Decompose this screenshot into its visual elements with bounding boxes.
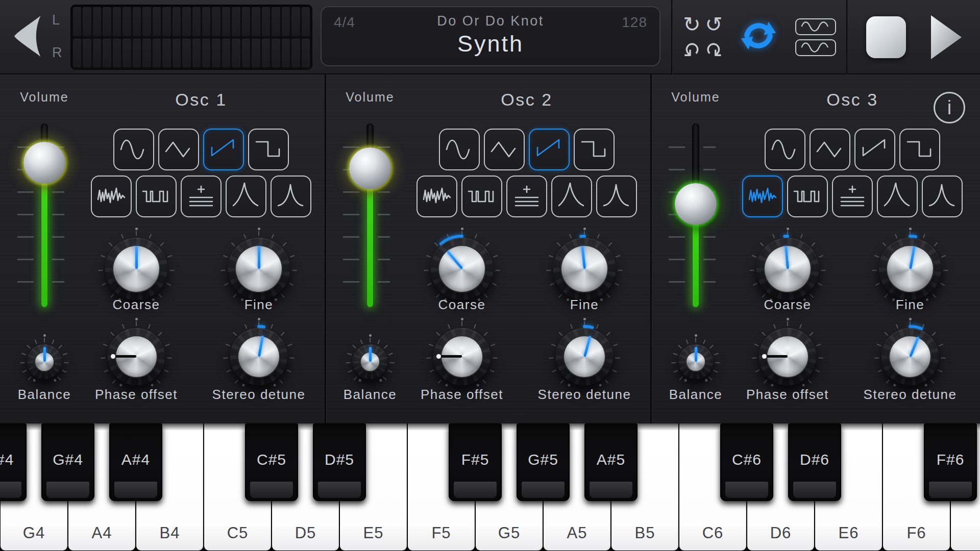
meter-segment xyxy=(182,7,190,36)
wave-peak-button[interactable] xyxy=(596,176,637,217)
slider-thumb[interactable] xyxy=(349,147,391,189)
sawtooth-wave-icon xyxy=(207,133,240,166)
black-key-C#5[interactable]: C#5 xyxy=(245,423,298,501)
wave-pluck-button[interactable] xyxy=(226,176,266,217)
black-key-G#4[interactable]: G#4 xyxy=(41,423,94,501)
wave-noise-button[interactable] xyxy=(91,176,132,217)
meter-segment xyxy=(153,39,161,68)
white-key-label: A5 xyxy=(544,524,610,542)
wave-additive-button[interactable] xyxy=(506,176,547,217)
balance-knob[interactable] xyxy=(671,337,720,386)
pulse-wave-icon xyxy=(465,180,498,213)
meter-segment xyxy=(73,39,81,68)
coarse-label: Coarse xyxy=(406,297,518,313)
phase-offset-knob[interactable] xyxy=(101,321,172,392)
slider-thumb[interactable] xyxy=(675,183,717,225)
wave-pluck-button[interactable] xyxy=(551,176,592,217)
knob-pointer xyxy=(581,246,586,269)
wave-peak-button[interactable] xyxy=(271,176,311,217)
knob-pointer xyxy=(369,347,372,362)
coarse-knob[interactable] xyxy=(98,231,175,307)
play-button[interactable] xyxy=(930,14,963,60)
coarse-knob[interactable] xyxy=(749,231,826,307)
slider-thumb[interactable] xyxy=(23,142,65,184)
stop-button[interactable] xyxy=(866,16,906,58)
wave-triangle-button[interactable] xyxy=(158,129,199,170)
black-key-F#6[interactable]: F#6 xyxy=(924,423,977,501)
wave-noise-button[interactable] xyxy=(416,176,457,217)
wave-square-button[interactable] xyxy=(574,129,615,170)
wave-square-button[interactable] xyxy=(248,129,289,170)
balance-knob[interactable] xyxy=(346,337,395,386)
fine-knob[interactable] xyxy=(220,231,297,307)
black-key-F#5[interactable]: F#5 xyxy=(449,423,502,501)
level-meter xyxy=(70,5,312,70)
info-button[interactable]: i xyxy=(934,92,965,123)
additive-wave-icon xyxy=(836,180,869,213)
tempo-value: 128 xyxy=(622,14,647,31)
black-key-G#5[interactable]: G#5 xyxy=(517,423,570,501)
knob-pointer xyxy=(695,347,697,362)
osc2-volume-slider[interactable] xyxy=(333,123,407,315)
loop-browser-button[interactable]: ↻ ↺ ↻ ↺ xyxy=(681,13,725,60)
black-key-D#6[interactable]: D#6 xyxy=(788,423,841,501)
knob-pointer xyxy=(909,246,916,269)
synth-app: L R 4/4 Do Or Do Knot Synth 128 ↻ ↺ ↻ ↺ xyxy=(0,0,980,551)
black-key-D#5[interactable]: D#5 xyxy=(313,423,366,501)
black-key-C#6[interactable]: C#6 xyxy=(720,423,773,501)
black-key-label: D#5 xyxy=(313,451,366,468)
phase-offset-knob[interactable] xyxy=(426,321,498,392)
black-key-A#5[interactable]: A#5 xyxy=(584,423,638,501)
wave-sine-button[interactable] xyxy=(113,129,154,170)
wave-pulse-button[interactable] xyxy=(136,176,177,217)
meter-channel-labels: L R xyxy=(52,0,67,74)
balance-label: Balance xyxy=(655,387,737,403)
osc3-volume-slider[interactable] xyxy=(658,123,733,315)
wave-sine-button[interactable] xyxy=(765,129,805,170)
black-key-bevel xyxy=(0,482,21,498)
wave-sawtooth-button[interactable] xyxy=(854,129,895,170)
wave-square-button[interactable] xyxy=(899,129,940,170)
phase-offset-knob[interactable] xyxy=(752,321,823,392)
fine-knob[interactable] xyxy=(546,231,623,307)
wave-pulse-button[interactable] xyxy=(461,176,502,217)
wave-additive-button[interactable] xyxy=(832,176,873,217)
wave-noise-button[interactable] xyxy=(742,176,783,217)
wave-sawtooth-button[interactable] xyxy=(203,129,244,170)
meter-segment xyxy=(302,39,310,68)
wave-additive-button[interactable] xyxy=(181,176,222,217)
additive-wave-icon xyxy=(510,180,543,213)
wave-triangle-button[interactable] xyxy=(484,129,525,170)
coarse-knob[interactable] xyxy=(424,231,500,307)
osc1-volume-slider[interactable] xyxy=(7,123,82,315)
wave-sine-button[interactable] xyxy=(439,129,480,170)
fine-knob[interactable] xyxy=(872,231,948,307)
stereo-detune-knob[interactable] xyxy=(549,321,620,392)
sine-wave-icon xyxy=(443,133,476,166)
balance-knob[interactable] xyxy=(20,337,69,386)
sync-button[interactable] xyxy=(740,17,777,54)
stereo-detune-label: Stereo detune xyxy=(192,387,325,403)
stereo-detune-knob[interactable] xyxy=(874,321,946,392)
osc-panel-title: Osc 2 xyxy=(439,90,615,110)
black-key-label: F#5 xyxy=(449,451,502,468)
meter-segment xyxy=(192,7,201,36)
meter-segment xyxy=(242,39,250,68)
knob-pointer xyxy=(583,336,592,357)
oscilloscope-button[interactable] xyxy=(795,18,836,56)
meter-segment xyxy=(133,7,141,36)
back-button[interactable] xyxy=(10,13,43,59)
square-wave-icon xyxy=(578,133,610,166)
balance-label: Balance xyxy=(4,387,85,403)
loop-arrows-icon: ↻ xyxy=(681,37,703,60)
stereo-detune-knob[interactable] xyxy=(223,321,295,392)
black-key-F#4[interactable]: F#4 xyxy=(0,423,27,501)
black-key-A#4[interactable]: A#4 xyxy=(109,423,162,501)
wave-peak-button[interactable] xyxy=(922,176,963,217)
wave-sawtooth-button[interactable] xyxy=(529,129,570,170)
wave-pluck-button[interactable] xyxy=(877,176,918,217)
wave-triangle-button[interactable] xyxy=(810,129,850,170)
song-display[interactable]: 4/4 Do Or Do Knot Synth 128 xyxy=(321,6,660,66)
meter-segment xyxy=(153,7,161,36)
wave-pulse-button[interactable] xyxy=(787,176,828,217)
